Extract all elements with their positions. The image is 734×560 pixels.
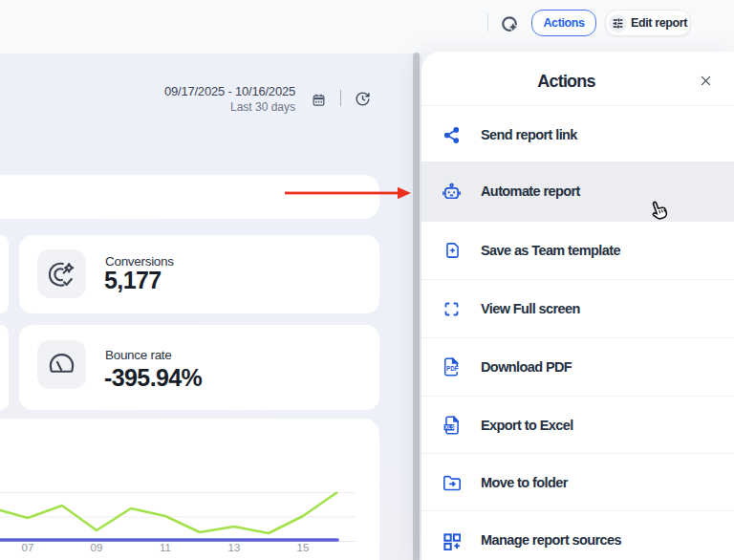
svg-text:13: 13 <box>228 542 241 553</box>
svg-text:09: 09 <box>91 542 103 553</box>
svg-text:XLS: XLS <box>445 424 456 430</box>
svg-text:07: 07 <box>22 542 34 553</box>
svg-text:15: 15 <box>297 542 310 553</box>
svg-text:PDF: PDF <box>446 365 459 372</box>
svg-text:11: 11 <box>160 542 171 553</box>
